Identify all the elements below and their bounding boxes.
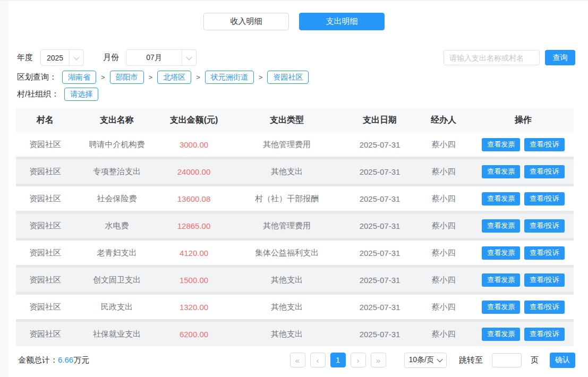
search-input[interactable]: [444, 50, 540, 65]
col-actions: 操作: [473, 115, 574, 126]
total-value: 6.66: [58, 355, 73, 364]
cell-amount: 1500.00: [159, 276, 228, 285]
cell-actions: 查看发票 查看/投诉: [473, 165, 574, 178]
cell-expense-type: 村（社）干部报酬: [228, 194, 345, 204]
expense-table: 村名 支出名称 支出金额(元) 支出类型 支出日期 经办人 操作 资园社区 聘请…: [16, 108, 574, 346]
cell-date: 2025-07-31: [345, 167, 414, 176]
prev-page-button[interactable]: ‹: [310, 353, 326, 367]
year-label: 年度: [17, 53, 33, 63]
left-gutter: [0, 1, 8, 377]
view-invoice-button[interactable]: 查看发票: [482, 273, 520, 287]
cell-actions: 查看发票 查看/投诉: [473, 219, 574, 233]
tab-expense-detail[interactable]: 支出明细: [299, 13, 385, 30]
query-button[interactable]: 查询: [545, 50, 575, 65]
table-row: 资园社区 水电费 12865.00 其他管理费用 2025-07-31 蔡小四 …: [16, 213, 574, 238]
cell-date: 2025-07-31: [345, 303, 414, 312]
cell-expense-name: 社保就业支出: [74, 329, 159, 339]
pagination: « ‹ 1 › » 10条/页 跳转至 页 确认: [290, 353, 575, 368]
cell-amount: 12865.00: [159, 221, 228, 230]
view-complaint-button[interactable]: 查看/投诉: [524, 301, 565, 314]
cell-actions: 查看发票 查看/投诉: [473, 138, 574, 151]
page-suffix-label: 页: [531, 355, 539, 365]
cell-handler: 蔡小四: [414, 167, 473, 177]
view-invoice-button[interactable]: 查看发票: [482, 138, 520, 151]
jump-page-input[interactable]: [492, 353, 522, 367]
view-complaint-button[interactable]: 查看/投诉: [524, 246, 565, 260]
jump-to-label: 跳转至: [459, 355, 483, 365]
chevron-down-icon: [437, 356, 442, 362]
cell-handler: 蔡小四: [414, 302, 473, 312]
cell-actions: 查看发票 查看/投诉: [473, 328, 574, 341]
cell-actions: 查看发票 查看/投诉: [473, 273, 574, 287]
cell-date: 2025-07-31: [345, 276, 414, 285]
chevron-down-icon: [182, 50, 196, 65]
cell-amount: 24000.00: [159, 167, 228, 176]
org-select-button[interactable]: 请选择: [64, 88, 98, 101]
table-row: 资园社区 民政支出 1320.00 其他支出 2025-07-31 蔡小四 查看…: [16, 295, 574, 319]
cell-village: 资园社区: [16, 140, 74, 150]
cell-village: 资园社区: [16, 167, 74, 177]
page-number-button[interactable]: 1: [330, 353, 346, 367]
month-select[interactable]: 07月: [126, 49, 197, 66]
view-invoice-button[interactable]: 查看发票: [482, 301, 520, 314]
breadcrumb-separator: >: [196, 73, 200, 81]
cell-expense-type: 其他支出: [228, 302, 345, 312]
col-village: 村名: [16, 115, 74, 126]
page-size-select[interactable]: 10条/页: [404, 353, 447, 368]
cell-handler: 蔡小四: [414, 275, 473, 285]
cell-amount: 1320.00: [159, 303, 228, 312]
cell-expense-name: 创文固卫支出: [74, 275, 159, 285]
cell-expense-name: 水电费: [74, 221, 159, 231]
region-breadcrumb-item[interactable]: 北塔区: [157, 71, 191, 84]
cell-handler: 蔡小四: [414, 329, 473, 339]
cell-expense-type: 其他管理费用: [228, 221, 345, 231]
cell-expense-name: 聘请中介机构费: [74, 140, 159, 150]
table-row: 资园社区 老青妇支出 4120.00 集体公益福利支出 2025-07-31 蔡…: [16, 241, 574, 265]
first-page-button[interactable]: «: [290, 353, 305, 367]
view-complaint-button[interactable]: 查看/投诉: [524, 328, 565, 341]
view-complaint-button[interactable]: 查看/投诉: [524, 192, 565, 205]
tab-income-detail[interactable]: 收入明细: [203, 13, 289, 30]
view-complaint-button[interactable]: 查看/投诉: [524, 273, 565, 287]
view-invoice-button[interactable]: 查看发票: [482, 165, 520, 178]
col-date: 支出日期: [345, 115, 414, 126]
table-row: 资园社区 创文固卫支出 1500.00 其他支出 2025-07-31 蔡小四 …: [16, 268, 574, 292]
filter-row-date: 年度 2025 月份 07月 查询: [17, 49, 575, 66]
view-complaint-button[interactable]: 查看/投诉: [524, 138, 565, 151]
cell-expense-type: 其他支出: [228, 167, 345, 177]
cell-amount: 4120.00: [159, 249, 228, 258]
view-invoice-button[interactable]: 查看发票: [482, 246, 520, 260]
total-amount: 金额总计：6.66万元: [18, 355, 89, 365]
region-breadcrumb-item[interactable]: 湖南省: [62, 71, 96, 84]
cell-handler: 蔡小四: [414, 248, 473, 258]
page-size-value: 10条/页: [409, 355, 434, 365]
region-breadcrumb: 湖南省>邵阳市>北塔区>状元洲街道>资园社区: [62, 71, 309, 84]
region-breadcrumb-item[interactable]: 资园社区: [267, 71, 309, 84]
last-page-button[interactable]: »: [371, 353, 386, 367]
view-invoice-button[interactable]: 查看发票: [482, 192, 520, 205]
org-label: 村/社组织：: [17, 89, 59, 99]
cell-actions: 查看发票 查看/投诉: [473, 301, 574, 314]
region-breadcrumb-item[interactable]: 状元洲街道: [205, 71, 254, 84]
col-handler: 经办人: [414, 115, 473, 126]
confirm-jump-button[interactable]: 确认: [550, 353, 575, 368]
cell-village: 资园社区: [16, 275, 74, 285]
cell-actions: 查看发票 查看/投诉: [473, 246, 574, 260]
year-select[interactable]: 2025: [40, 49, 84, 66]
view-complaint-button[interactable]: 查看/投诉: [524, 219, 565, 233]
view-complaint-button[interactable]: 查看/投诉: [524, 165, 565, 178]
cell-expense-type: 其他支出: [228, 329, 345, 339]
cell-village: 资园社区: [16, 248, 74, 258]
col-expense-name: 支出名称: [74, 115, 159, 126]
region-breadcrumb-item[interactable]: 邵阳市: [110, 71, 144, 84]
col-expense-type: 支出类型: [228, 115, 345, 126]
breadcrumb-separator: >: [149, 73, 153, 81]
total-label: 金额总计：: [18, 355, 58, 364]
table-row: 资园社区 聘请中介机构费 3000.00 其他管理费用 2025-07-31 蔡…: [16, 132, 574, 157]
view-invoice-button[interactable]: 查看发票: [482, 219, 520, 233]
cell-village: 资园社区: [16, 194, 74, 204]
view-invoice-button[interactable]: 查看发票: [482, 328, 520, 341]
cell-expense-name: 专项整治支出: [74, 167, 159, 177]
month-label: 月份: [103, 53, 119, 63]
next-page-button[interactable]: ›: [351, 353, 366, 367]
